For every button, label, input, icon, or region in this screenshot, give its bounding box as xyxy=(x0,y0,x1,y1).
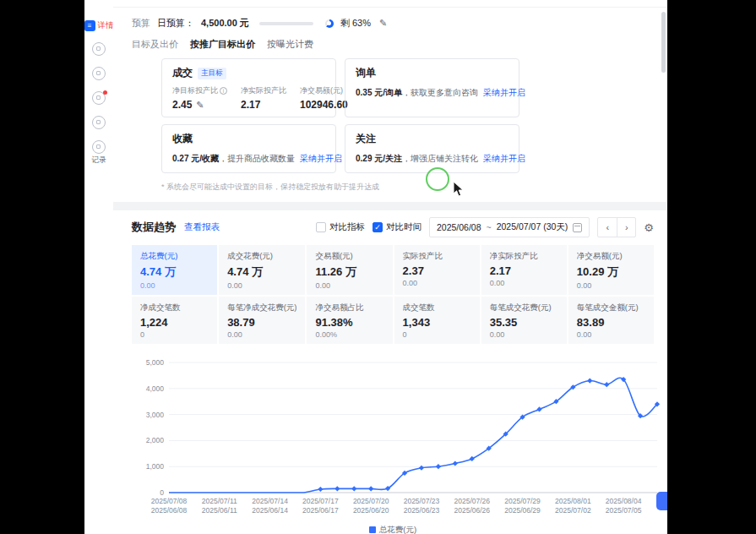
adopt-enable-link[interactable]: 采纳并开启 xyxy=(300,154,342,163)
price-text: 0.35 元/询单 xyxy=(356,88,402,97)
svg-text:2025/06/17: 2025/06/17 xyxy=(302,506,339,515)
metric-label: 实际投产比 xyxy=(403,251,471,262)
metric-card-10[interactable]: 成交笔数1,3430 xyxy=(394,297,480,344)
price-text: 0.27 元/收藏 xyxy=(172,154,219,163)
metric-compare-value: 0.00 xyxy=(140,281,209,290)
compare-metric-checkbox[interactable] xyxy=(316,222,326,232)
budget-remaining-label: 剩 63% xyxy=(340,17,371,30)
metric-compare-value: 0.00 xyxy=(315,281,383,290)
metric-card-2[interactable]: 成交花费(元)4.74 万0.00 xyxy=(219,245,305,295)
card-title: 询单 xyxy=(356,66,376,80)
metric-card-8[interactable]: 每笔净成交花费(元)38.790.00 xyxy=(219,297,305,344)
budget-row: 预算 日预算： 4,500.00 元 剩 63% ✎ xyxy=(132,17,667,30)
tab-bid-by-exposure[interactable]: 按曝光计费 xyxy=(267,38,313,51)
sidebar-item-5[interactable] xyxy=(92,116,106,129)
compare-time-label: 对比时间 xyxy=(386,221,422,233)
plan-detail-panel: ≡ 详情 记录 xyxy=(84,0,667,534)
calendar-icon xyxy=(573,223,582,232)
sidebar-item-2[interactable] xyxy=(92,42,106,56)
metric-compare-value: 0.00 xyxy=(577,330,645,339)
metric-card-9[interactable]: 净交易额占比91.38%0.00% xyxy=(307,297,392,344)
tab-bid-by-goal[interactable]: 按推广目标出价 xyxy=(190,38,255,51)
metric-label: 总花费(元) xyxy=(140,251,209,262)
metric-value: 83.89 xyxy=(577,316,645,329)
svg-text:2025/06/29: 2025/06/29 xyxy=(504,506,541,515)
main-content: 预算 日预算： 4,500.00 元 剩 63% ✎ 目标及出价 按推广目标出价… xyxy=(113,0,667,534)
goal-card-favorite: 收藏 0.27 元/收藏，提升商品收藏数量采纳并开启 xyxy=(161,124,336,173)
edit-roi-icon[interactable]: ✎ xyxy=(196,100,204,111)
sidebar-item-3[interactable] xyxy=(92,67,106,80)
sidebar-item-label: 记录 xyxy=(92,155,106,166)
section-divider xyxy=(113,202,667,210)
trend-chart: 01,0002,0003,0004,0005,0002025/07/082025… xyxy=(132,354,654,523)
goal-card-inquiry: 询单 0.35 元/询单，获取更多意向咨询采纳并开启 xyxy=(345,58,519,117)
header-divider xyxy=(113,0,667,8)
adopt-enable-link[interactable]: 采纳并开启 xyxy=(483,154,525,163)
svg-text:2025/06/11: 2025/06/11 xyxy=(202,506,237,515)
desc-text: ，增强店铺关注转化 xyxy=(402,154,478,163)
compare-time-toggle[interactable]: ✓ 对比时间 xyxy=(373,221,422,233)
sidebar-item-4[interactable] xyxy=(92,91,106,105)
metric-card-1[interactable]: 总花费(元)4.74 万0.00 xyxy=(132,245,217,295)
stat-value: 2.17 xyxy=(241,99,260,111)
sidebar-item-label: 详情 xyxy=(98,20,114,31)
daily-budget-value: 4,500.00 元 xyxy=(201,17,249,30)
stat-actual-roi: 净实际投产比 2.17 xyxy=(241,85,286,111)
svg-text:2025/07/26: 2025/07/26 xyxy=(454,497,490,505)
metric-card-5[interactable]: 净实际投产比2.170.00 xyxy=(481,245,567,295)
card-title: 收藏 xyxy=(172,132,193,146)
svg-text:2025/07/14: 2025/07/14 xyxy=(252,497,288,505)
edit-budget-icon[interactable]: ✎ xyxy=(379,18,387,29)
metric-card-4[interactable]: 实际投产比2.370.00 xyxy=(394,245,480,295)
compare-time-checkbox[interactable]: ✓ xyxy=(373,222,383,232)
metric-label: 每笔成交金额(元) xyxy=(577,302,645,313)
date-separator: ~ xyxy=(487,222,492,232)
floating-side-button[interactable] xyxy=(656,492,667,510)
sidebar-item-detail[interactable]: ≡ 详情 xyxy=(84,20,114,31)
system-note: * 系统会尽可能达成中设置的目标，保持稳定投放有助于提升达成 xyxy=(161,182,667,193)
svg-text:2025/07/20: 2025/07/20 xyxy=(353,497,389,505)
metric-card-6[interactable]: 净交易额(元)10.29 万0.00 xyxy=(568,245,654,295)
diagnosis-icon xyxy=(92,91,106,105)
stat-value: 2.45 xyxy=(172,99,192,111)
metric-value: 38.79 xyxy=(227,316,296,329)
stat-label: 净实际投产比 xyxy=(241,85,286,96)
compare-date-range-picker[interactable]: 2025/06/08 ~ 2025/07/07 (30天) xyxy=(429,217,590,237)
sidebar-item-record[interactable]: 记录 xyxy=(92,140,106,166)
desc-text: ，获取更多意向咨询 xyxy=(402,88,478,97)
view-report-link[interactable]: 查看报表 xyxy=(184,221,220,233)
prev-period-button[interactable]: ‹ xyxy=(598,218,617,237)
svg-text:2025/06/23: 2025/06/23 xyxy=(404,506,440,515)
metric-value: 2.37 xyxy=(403,264,471,277)
metric-compare-value: 0.00 xyxy=(227,281,296,290)
budget-slider[interactable] xyxy=(259,22,313,25)
compare-metric-toggle[interactable]: 对比指标 xyxy=(316,221,365,233)
svg-text:2025/07/23: 2025/07/23 xyxy=(404,497,440,505)
svg-text:5,000: 5,000 xyxy=(146,358,165,367)
stat-label: 净交易额(元) xyxy=(300,85,343,96)
metric-value: 4.74 万 xyxy=(227,264,296,280)
svg-text:2025/06/20: 2025/06/20 xyxy=(353,506,389,515)
next-period-button[interactable]: › xyxy=(617,218,635,237)
metric-card-11[interactable]: 每笔成交花费(元)35.350.00 xyxy=(481,297,567,344)
metric-card-12[interactable]: 每笔成交金额(元)83.890.00 xyxy=(568,297,654,344)
scrollbar-thumb[interactable] xyxy=(661,12,666,73)
svg-text:3,000: 3,000 xyxy=(146,411,165,419)
data-icon xyxy=(92,67,106,80)
card-title: 成交 xyxy=(172,66,193,80)
goal-card-follow: 关注 0.29 元/关注，增强店铺关注转化采纳并开启 xyxy=(345,124,519,173)
metric-card-3[interactable]: 交易额(元)11.26 万0.00 xyxy=(307,245,392,295)
creative-icon xyxy=(92,116,106,129)
stat-label: 净目标投产比 xyxy=(172,85,218,96)
metric-label: 净成交笔数 xyxy=(140,302,209,313)
card-title: 关注 xyxy=(356,132,376,146)
stat-value: 102946.60 xyxy=(300,99,348,111)
goal-card-deal: 成交 主目标 净目标投产比i 2.45✎ 净实际投产比 2.17 xyxy=(161,58,336,117)
svg-text:0: 0 xyxy=(160,488,164,497)
info-icon[interactable]: i xyxy=(220,87,227,95)
adopt-enable-link[interactable]: 采纳并开启 xyxy=(483,88,525,97)
gear-icon[interactable]: ⚙ xyxy=(644,221,654,234)
metric-card-7[interactable]: 净成交笔数1,2240 xyxy=(132,297,217,344)
budget-section-label: 预算 xyxy=(132,17,150,30)
metric-compare-value: 0.00 xyxy=(490,279,558,287)
